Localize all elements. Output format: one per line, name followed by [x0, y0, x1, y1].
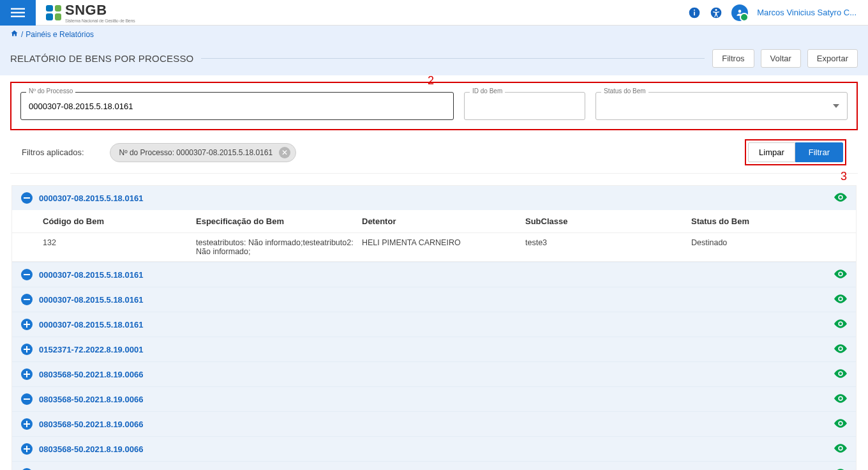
accordion-row[interactable]: 0803568-50.2021.8.19.0066 [12, 361, 856, 386]
svg-point-7 [715, 8, 717, 10]
accordion-row[interactable]: 0803568-50.2021.8.19.0066 [12, 411, 856, 436]
id-bem-input[interactable] [464, 92, 585, 120]
status-bem-select[interactable] [595, 92, 848, 120]
svg-point-31 [839, 446, 842, 449]
svg-point-20 [839, 347, 842, 349]
view-icon[interactable] [834, 269, 847, 280]
process-link[interactable]: 0000307-08.2015.5.18.0161 [39, 193, 143, 203]
svg-rect-0 [11, 8, 25, 9]
annotation-2: 2 [428, 74, 434, 87]
svg-rect-13 [24, 299, 30, 300]
expand-icon[interactable] [21, 319, 33, 330]
svg-rect-19 [26, 346, 27, 352]
info-icon[interactable] [688, 6, 701, 19]
accordion-row[interactable]: 0000307-08.2015.5.18.0161 [12, 312, 856, 337]
process-link[interactable]: 0152371-72.2022.8.19.0001 [39, 345, 143, 354]
svg-rect-24 [24, 398, 30, 400]
breadcrumb: / Painéis e Relatórios [0, 26, 868, 43]
collapse-icon[interactable] [21, 269, 33, 280]
view-icon[interactable] [834, 344, 847, 355]
accordion-row[interactable]: 0000307-08.2015.5.18.0161 [12, 287, 856, 312]
expand-icon[interactable] [21, 344, 33, 355]
process-link[interactable]: 0803568-50.2021.8.19.0066 [39, 420, 143, 429]
accordion-row[interactable]: 0803568-50.2021.8.19.0066 [12, 436, 856, 461]
accordion-row[interactable]: 0152371-72.2022.8.19.0001 [12, 337, 856, 361]
expand-icon[interactable] [21, 368, 33, 380]
status-bem-label: Status do Bem [601, 87, 648, 95]
collapse-icon[interactable] [21, 393, 33, 405]
svg-rect-11 [24, 274, 30, 275]
collapse-icon[interactable] [21, 294, 33, 305]
svg-rect-16 [26, 321, 27, 328]
detail-header: Código do BemEspecificação do BemDetento… [12, 210, 856, 233]
svg-point-28 [839, 421, 842, 424]
svg-rect-30 [26, 446, 27, 452]
svg-point-23 [839, 372, 842, 374]
filters-applied-label: Filtros aplicados: [22, 148, 84, 157]
id-bem-label: ID do Bem [470, 87, 505, 95]
process-link[interactable]: 0803568-50.2021.8.19.0066 [39, 370, 143, 379]
limpar-button[interactable]: Limpar [748, 142, 795, 162]
svg-rect-2 [11, 15, 25, 17]
detail-row: 132testeatributos: Não informado;testeat… [12, 233, 856, 262]
process-link[interactable]: 0000307-08.2015.5.18.0161 [39, 270, 143, 280]
process-link[interactable]: 0000307-08.2015.5.18.0161 [39, 295, 143, 305]
logo-text: SNGB [65, 2, 135, 19]
filtros-button[interactable]: Filtros [712, 49, 754, 68]
processo-input[interactable] [20, 92, 454, 120]
view-icon[interactable] [834, 319, 847, 330]
exportar-button[interactable]: Exportar [807, 49, 858, 68]
breadcrumb-link[interactable]: Painéis e Relatórios [26, 30, 94, 39]
collapse-icon[interactable] [21, 192, 33, 204]
svg-point-25 [839, 397, 842, 399]
svg-point-8 [738, 10, 742, 13]
user-name[interactable]: Marcos Vinicius Satyro C... [757, 8, 857, 17]
logo: SNGB Sistema Nacional de Gestão de Bens [46, 2, 135, 23]
view-icon[interactable] [834, 419, 847, 430]
svg-point-17 [839, 322, 842, 324]
svg-rect-4 [694, 11, 695, 15]
user-avatar-icon[interactable] [731, 4, 748, 21]
chevron-down-icon [833, 104, 839, 108]
logo-subtitle: Sistema Nacional de Gestão de Bens [65, 19, 135, 23]
filter-panel: 2 Nº do Processo ID do Bem Status do Bem [10, 82, 858, 130]
view-icon[interactable] [834, 444, 847, 455]
accordion-row[interactable]: 0000307-08.2015.5.18.0161 [12, 186, 856, 210]
annotation-3: 3 [841, 170, 847, 183]
view-icon[interactable] [834, 394, 847, 405]
accordion-row[interactable]: 0000307-08.2015.5.18.0161 [12, 262, 856, 287]
svg-point-14 [839, 297, 842, 299]
svg-rect-27 [26, 421, 27, 427]
process-link[interactable]: 0000307-08.2015.5.18.0161 [39, 320, 143, 330]
process-link[interactable]: 0803568-50.2021.8.19.0066 [39, 395, 143, 404]
home-icon[interactable] [10, 29, 19, 39]
view-icon[interactable] [834, 193, 847, 204]
svg-point-12 [839, 272, 842, 275]
page-title: RELATÓRIO DE BENS POR PROCESSO [10, 53, 193, 64]
process-link[interactable]: 0803568-50.2021.8.19.0066 [39, 444, 143, 454]
logo-icon [46, 5, 61, 20]
svg-rect-5 [694, 10, 695, 11]
proc-label: Nº do Processo [26, 87, 75, 95]
svg-rect-9 [24, 197, 30, 199]
svg-rect-1 [11, 11, 25, 13]
chip-remove-icon[interactable]: ✕ [279, 147, 290, 158]
accordion-row[interactable]: 0803568-50.2021.8.19.0066 [12, 461, 856, 470]
accordion-row[interactable]: 0803568-50.2021.8.19.0066 [12, 386, 856, 411]
view-icon[interactable] [834, 294, 847, 305]
expand-icon[interactable] [21, 418, 33, 430]
filtrar-button[interactable]: Filtrar [795, 142, 843, 162]
filter-chip: Nº do Processo: 0000307-08.2015.5.18.016… [110, 143, 297, 162]
voltar-button[interactable]: Voltar [761, 49, 801, 68]
svg-rect-22 [26, 371, 27, 377]
view-icon[interactable] [834, 369, 847, 380]
svg-point-10 [839, 195, 842, 198]
accessibility-icon[interactable] [710, 6, 722, 19]
expand-icon[interactable] [21, 443, 33, 455]
menu-button[interactable] [0, 0, 36, 26]
